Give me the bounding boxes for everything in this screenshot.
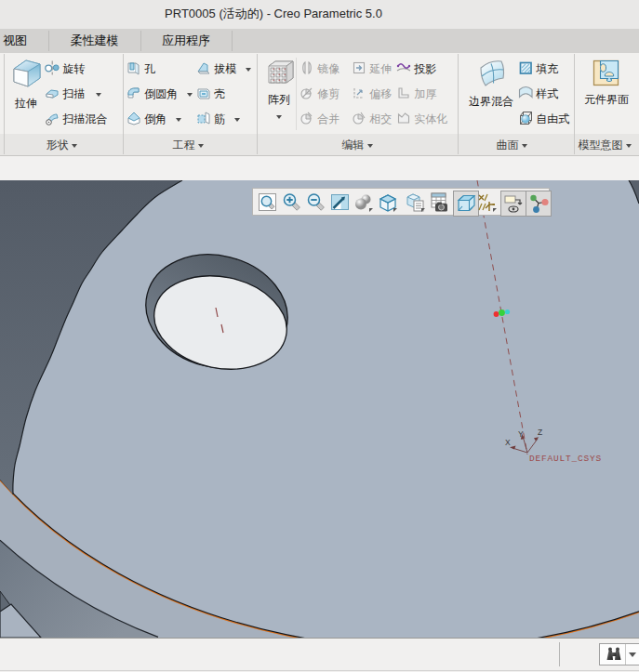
svg-text:Y: Y	[518, 429, 524, 439]
svg-text:X: X	[505, 438, 511, 447]
svg-text:DEFAULT_CSYS: DEFAULT_CSYS	[529, 454, 602, 464]
svg-text:Z: Z	[538, 428, 542, 437]
